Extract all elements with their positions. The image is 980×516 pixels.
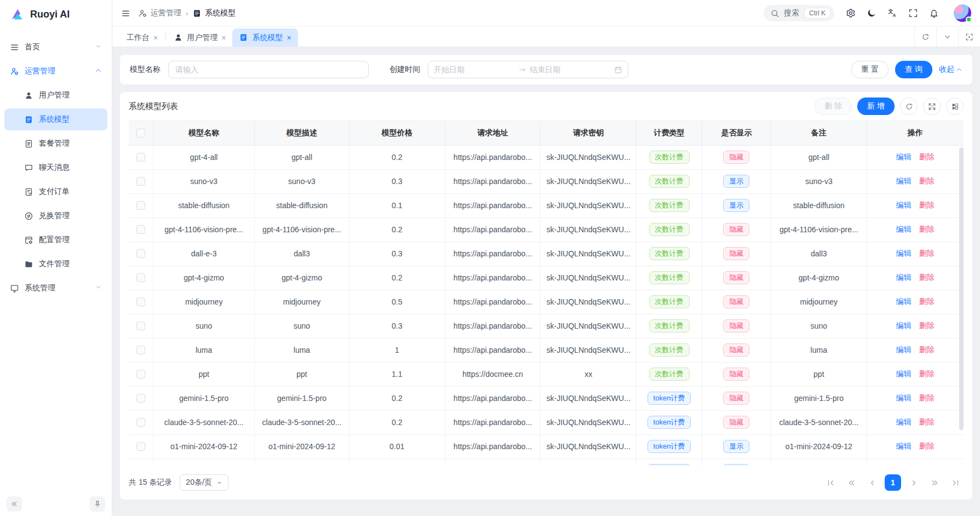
expand-table-button[interactable] [923, 98, 941, 115]
global-search[interactable]: 搜索 Ctrl K [764, 5, 834, 21]
collapse-sidebar-button[interactable] [7, 496, 22, 512]
visibility-badge[interactable]: 隐藏 [723, 295, 749, 308]
row-checkbox[interactable] [136, 394, 145, 403]
notifications-button[interactable] [925, 4, 943, 22]
delete-link[interactable]: 删除 [919, 393, 935, 402]
start-date-input[interactable] [434, 65, 515, 74]
delete-link[interactable]: 删除 [919, 225, 935, 233]
sidebar-item-用户管理[interactable]: 用户管理 [4, 84, 107, 106]
sidebar-item-系统管理[interactable]: 系统管理 [4, 277, 107, 299]
edit-link[interactable]: 编辑 [896, 442, 912, 450]
tab-close-icon[interactable]: × [221, 34, 226, 42]
refresh-table-button[interactable] [900, 98, 918, 115]
breadcrumb-item-运营管理[interactable]: 运营管理 [138, 8, 181, 18]
sidebar-item-首页[interactable]: 首页 [4, 36, 107, 58]
row-checkbox[interactable] [136, 153, 145, 162]
sidebar-item-运营管理[interactable]: 运营管理 [4, 60, 107, 82]
edit-link[interactable]: 编辑 [896, 273, 912, 282]
delete-link[interactable]: 删除 [919, 273, 935, 282]
edit-link[interactable]: 编辑 [896, 417, 912, 426]
row-checkbox[interactable] [136, 370, 145, 379]
delete-link[interactable]: 删除 [919, 321, 935, 330]
sidebar-item-系统模型[interactable]: 系统模型 [4, 108, 107, 130]
row-checkbox[interactable] [136, 346, 145, 354]
sidebar-item-套餐管理[interactable]: 套餐管理 [4, 133, 107, 154]
delete-link[interactable]: 删除 [919, 297, 935, 306]
pagination-prev-jump-button[interactable] [843, 474, 859, 491]
pagination-page-1[interactable]: 1 [885, 474, 901, 491]
visibility-badge[interactable]: 显示 [723, 175, 749, 188]
visibility-badge[interactable]: 隐藏 [723, 151, 749, 164]
delete-link[interactable]: 删除 [919, 176, 935, 185]
tab-系统模型[interactable]: 系统模型× [232, 28, 297, 47]
visibility-badge[interactable]: 隐藏 [723, 343, 749, 357]
edit-link[interactable]: 编辑 [896, 297, 912, 306]
refresh-page-button[interactable] [914, 27, 936, 47]
sidebar-item-文件管理[interactable]: 文件管理 [4, 253, 107, 275]
pagination-next-jump-button[interactable] [926, 474, 943, 491]
visibility-badge[interactable]: 隐藏 [723, 271, 749, 284]
sidebar-item-聊天消息[interactable]: 聊天消息 [4, 157, 107, 179]
delete-link[interactable]: 删除 [919, 249, 935, 257]
row-checkbox[interactable] [136, 249, 145, 258]
sidebar-item-支付订单[interactable]: 支付订单 [4, 181, 107, 203]
theme-toggle-button[interactable] [863, 4, 880, 22]
visibility-badge[interactable]: 隐藏 [723, 392, 749, 405]
sidebar-item-兑换管理[interactable]: 兑换管理 [4, 205, 107, 227]
select-all-checkbox[interactable] [136, 129, 145, 137]
pagination-first-button[interactable] [822, 474, 839, 491]
delete-link[interactable]: 删除 [919, 442, 935, 450]
delete-link[interactable]: 删除 [919, 152, 935, 161]
tab-close-icon[interactable]: × [153, 34, 158, 42]
delete-link[interactable]: 删除 [919, 200, 935, 209]
user-avatar[interactable] [954, 4, 971, 22]
row-checkbox[interactable] [136, 177, 145, 186]
edit-link[interactable]: 编辑 [896, 200, 912, 209]
language-button[interactable]: 文A [884, 4, 901, 22]
visibility-badge[interactable]: 隐藏 [723, 319, 749, 332]
hamburger-icon[interactable] [121, 9, 130, 18]
query-button[interactable]: 查 询 [895, 61, 932, 78]
visibility-badge[interactable]: 隐藏 [723, 416, 749, 429]
row-checkbox[interactable] [136, 201, 145, 210]
tab-工作台[interactable]: 工作台× [120, 28, 164, 47]
date-range-picker[interactable] [428, 61, 628, 78]
row-checkbox[interactable] [136, 273, 145, 282]
breadcrumb-item-系统模型[interactable]: 系统模型 [192, 8, 236, 18]
edit-link[interactable]: 编辑 [896, 152, 912, 161]
delete-selected-button[interactable]: 删 除 [815, 98, 852, 115]
column-settings-button[interactable] [946, 98, 964, 115]
pagination-last-button[interactable] [947, 474, 964, 491]
delete-link[interactable]: 删除 [919, 345, 935, 354]
visibility-badge[interactable]: 隐藏 [723, 247, 749, 260]
edit-link[interactable]: 编辑 [896, 345, 912, 354]
delete-link[interactable]: 删除 [919, 417, 935, 426]
reset-button[interactable]: 重 置 [851, 61, 889, 78]
row-checkbox[interactable] [136, 322, 145, 330]
edit-link[interactable]: 编辑 [896, 393, 912, 402]
pin-sidebar-button[interactable] [90, 496, 105, 512]
collapse-filter-link[interactable]: 收起 [939, 65, 962, 74]
edit-link[interactable]: 编辑 [896, 176, 912, 185]
row-checkbox[interactable] [136, 297, 145, 306]
pagination-next-button[interactable] [906, 474, 922, 491]
delete-link[interactable]: 删除 [919, 369, 935, 378]
visibility-badge[interactable]: 显示 [723, 199, 749, 212]
tab-close-icon[interactable]: × [286, 34, 291, 42]
add-button[interactable]: 新 增 [857, 98, 895, 115]
end-date-input[interactable] [530, 65, 611, 74]
visibility-badge[interactable]: 隐藏 [723, 223, 749, 236]
tabs-dropdown-button[interactable] [936, 27, 958, 47]
fullscreen-button[interactable] [904, 4, 922, 22]
sidebar-item-配置管理[interactable]: 配置管理 [4, 229, 107, 251]
row-checkbox[interactable] [136, 225, 145, 234]
edit-link[interactable]: 编辑 [896, 369, 912, 378]
settings-button[interactable] [842, 4, 859, 22]
row-checkbox[interactable] [136, 418, 145, 427]
edit-link[interactable]: 编辑 [896, 249, 912, 257]
edit-link[interactable]: 编辑 [896, 225, 912, 233]
visibility-badge[interactable]: 显示 [723, 464, 749, 466]
table-scrollbar[interactable] [959, 147, 964, 430]
tab-用户管理[interactable]: 用户管理× [167, 28, 232, 47]
model-name-input[interactable] [168, 61, 369, 78]
